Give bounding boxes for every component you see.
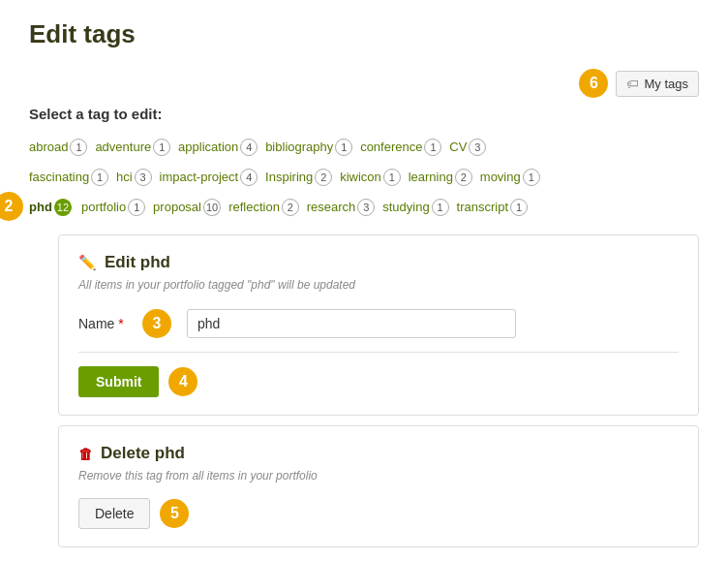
delete-section: 🗑 Delete phd Remove this tag from all it… (58, 425, 699, 547)
submit-row: Submit 4 (78, 366, 679, 397)
tag-moving[interactable]: moving (480, 170, 521, 184)
badge-5-annotation: 5 (160, 499, 189, 528)
delete-row: Delete 5 (78, 498, 679, 529)
tag-bibliography-count: 1 (335, 139, 352, 156)
tag-abroad[interactable]: abroad (29, 140, 68, 154)
tag-proposal[interactable]: proposal (153, 200, 201, 214)
tag-conference-count: 1 (424, 139, 441, 156)
delete-title: 🗑 Delete phd (78, 444, 679, 463)
tag-inspiring[interactable]: Inspiring (265, 170, 313, 184)
tag-application[interactable]: application (178, 140, 238, 154)
tag-research[interactable]: research (307, 200, 356, 214)
tag-reflection[interactable]: reflection (228, 200, 280, 214)
tag-cv-count: 3 (469, 139, 486, 156)
tag-inspiring-count: 2 (315, 169, 332, 186)
tag-adventure-count: 1 (153, 139, 170, 156)
name-label: Name * (78, 316, 127, 331)
page-title: Edit tags (29, 19, 699, 49)
tag-impact-project-count: 4 (240, 169, 258, 186)
tag-adventure[interactable]: adventure (95, 140, 151, 154)
tag-learning-count: 2 (455, 169, 472, 186)
my-tags-button[interactable]: 🏷 My tags (616, 71, 699, 97)
tag-cloud: abroad1 adventure1 application4 bibliogr… (29, 132, 699, 221)
tag-phd-count: 12 (54, 199, 72, 216)
tag-cv[interactable]: CV (449, 140, 467, 154)
tag-transcript[interactable]: transcript (457, 200, 508, 214)
badge-2-annotation: 2 (0, 192, 23, 221)
tag-abroad-count: 1 (70, 139, 87, 156)
my-tags-label: My tags (644, 77, 688, 91)
tag-learning[interactable]: learning (409, 170, 453, 184)
tag-kiwicon-count: 1 (383, 169, 401, 186)
required-star: * (118, 316, 123, 331)
tag-kiwicon[interactable]: kiwicon (340, 170, 381, 184)
trash-icon: 🗑 (78, 446, 93, 462)
badge-3-annotation: 3 (142, 309, 171, 338)
edit-section: ✏️ Edit phd All items in your portfolio … (58, 234, 699, 416)
tag-moving-count: 1 (523, 169, 540, 186)
tag-transcript-count: 1 (510, 199, 528, 216)
tag-proposal-count: 10 (203, 199, 221, 216)
name-input[interactable] (187, 309, 516, 338)
tag-studying[interactable]: studying (382, 200, 429, 214)
tag-phd[interactable]: phd (29, 200, 52, 214)
tag-portfolio[interactable]: portfolio (81, 200, 126, 214)
submit-button[interactable]: Submit (78, 366, 159, 397)
delete-button[interactable]: Delete (78, 498, 150, 529)
name-form-row: Name * 3 (78, 309, 679, 338)
badge-4-annotation: 4 (168, 367, 197, 396)
tag-research-count: 3 (357, 199, 375, 216)
edit-subtitle: All items in your portfolio tagged "phd"… (78, 278, 679, 292)
tag-hci-count: 3 (135, 169, 152, 186)
tag-bibliography[interactable]: bibliography (265, 140, 333, 154)
tag-conference[interactable]: conference (360, 140, 422, 154)
header-badge-6: 6 (579, 69, 608, 98)
tag-application-count: 4 (240, 139, 258, 156)
tag-hci[interactable]: hci (116, 170, 133, 184)
tag-fascinating-count: 1 (91, 169, 108, 186)
tag-impact-project[interactable]: impact-project (160, 170, 239, 184)
tag-reflection-count: 2 (282, 199, 299, 216)
select-label: Select a tag to edit: (29, 106, 163, 122)
edit-title-text: Edit phd (105, 253, 170, 272)
pencil-icon: ✏️ (78, 254, 97, 271)
delete-title-text: Delete phd (101, 444, 185, 463)
tag-icon: 🏷 (626, 77, 639, 91)
edit-title: ✏️ Edit phd (78, 253, 679, 272)
tag-studying-count: 1 (432, 199, 449, 216)
tag-fascinating[interactable]: fascinating (29, 170, 89, 184)
delete-subtitle: Remove this tag from all items in your p… (78, 469, 679, 483)
tag-portfolio-count: 1 (128, 199, 145, 216)
